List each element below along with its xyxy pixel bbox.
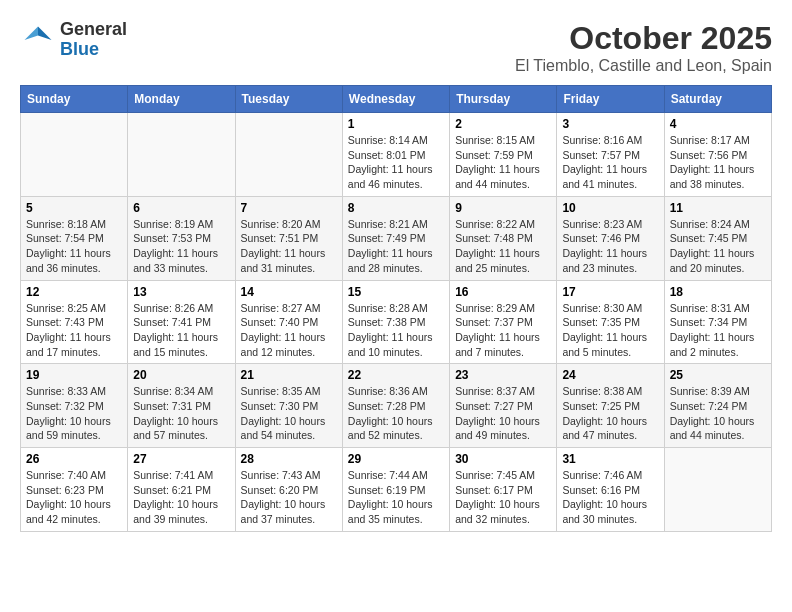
day-number: 24 <box>562 368 658 382</box>
weekday-header: Saturday <box>664 86 771 113</box>
day-info: Sunrise: 8:14 AM Sunset: 8:01 PM Dayligh… <box>348 133 444 192</box>
calendar-cell: 13Sunrise: 8:26 AM Sunset: 7:41 PM Dayli… <box>128 280 235 364</box>
calendar-cell: 28Sunrise: 7:43 AM Sunset: 6:20 PM Dayli… <box>235 448 342 532</box>
day-info: Sunrise: 8:23 AM Sunset: 7:46 PM Dayligh… <box>562 217 658 276</box>
day-info: Sunrise: 8:35 AM Sunset: 7:30 PM Dayligh… <box>241 384 337 443</box>
calendar-cell: 19Sunrise: 8:33 AM Sunset: 7:32 PM Dayli… <box>21 364 128 448</box>
calendar-week-row: 26Sunrise: 7:40 AM Sunset: 6:23 PM Dayli… <box>21 448 772 532</box>
day-number: 7 <box>241 201 337 215</box>
calendar-cell: 25Sunrise: 8:39 AM Sunset: 7:24 PM Dayli… <box>664 364 771 448</box>
weekday-header: Sunday <box>21 86 128 113</box>
title-block: October 2025 El Tiemblo, Castille and Le… <box>515 20 772 75</box>
calendar-header-row: SundayMondayTuesdayWednesdayThursdayFrid… <box>21 86 772 113</box>
calendar-cell: 22Sunrise: 8:36 AM Sunset: 7:28 PM Dayli… <box>342 364 449 448</box>
day-info: Sunrise: 8:27 AM Sunset: 7:40 PM Dayligh… <box>241 301 337 360</box>
calendar-week-row: 19Sunrise: 8:33 AM Sunset: 7:32 PM Dayli… <box>21 364 772 448</box>
day-number: 3 <box>562 117 658 131</box>
calendar-cell: 8Sunrise: 8:21 AM Sunset: 7:49 PM Daylig… <box>342 196 449 280</box>
day-info: Sunrise: 7:43 AM Sunset: 6:20 PM Dayligh… <box>241 468 337 527</box>
day-info: Sunrise: 8:15 AM Sunset: 7:59 PM Dayligh… <box>455 133 551 192</box>
weekday-header: Monday <box>128 86 235 113</box>
day-info: Sunrise: 8:24 AM Sunset: 7:45 PM Dayligh… <box>670 217 766 276</box>
logo-icon <box>20 22 56 58</box>
day-number: 15 <box>348 285 444 299</box>
day-info: Sunrise: 7:44 AM Sunset: 6:19 PM Dayligh… <box>348 468 444 527</box>
page-header: General Blue October 2025 El Tiemblo, Ca… <box>20 20 772 75</box>
calendar-cell: 18Sunrise: 8:31 AM Sunset: 7:34 PM Dayli… <box>664 280 771 364</box>
calendar-cell: 6Sunrise: 8:19 AM Sunset: 7:53 PM Daylig… <box>128 196 235 280</box>
calendar-week-row: 1Sunrise: 8:14 AM Sunset: 8:01 PM Daylig… <box>21 113 772 197</box>
calendar-cell: 12Sunrise: 8:25 AM Sunset: 7:43 PM Dayli… <box>21 280 128 364</box>
svg-marker-1 <box>25 26 39 40</box>
calendar-cell: 30Sunrise: 7:45 AM Sunset: 6:17 PM Dayli… <box>450 448 557 532</box>
calendar-cell: 2Sunrise: 8:15 AM Sunset: 7:59 PM Daylig… <box>450 113 557 197</box>
subtitle: El Tiemblo, Castille and Leon, Spain <box>515 57 772 75</box>
logo: General Blue <box>20 20 127 60</box>
day-info: Sunrise: 8:17 AM Sunset: 7:56 PM Dayligh… <box>670 133 766 192</box>
calendar-cell: 24Sunrise: 8:38 AM Sunset: 7:25 PM Dayli… <box>557 364 664 448</box>
calendar-cell: 23Sunrise: 8:37 AM Sunset: 7:27 PM Dayli… <box>450 364 557 448</box>
day-number: 14 <box>241 285 337 299</box>
day-number: 22 <box>348 368 444 382</box>
calendar-cell: 3Sunrise: 8:16 AM Sunset: 7:57 PM Daylig… <box>557 113 664 197</box>
weekday-header: Tuesday <box>235 86 342 113</box>
svg-marker-0 <box>38 26 52 40</box>
calendar-cell: 11Sunrise: 8:24 AM Sunset: 7:45 PM Dayli… <box>664 196 771 280</box>
calendar-cell: 4Sunrise: 8:17 AM Sunset: 7:56 PM Daylig… <box>664 113 771 197</box>
day-info: Sunrise: 7:40 AM Sunset: 6:23 PM Dayligh… <box>26 468 122 527</box>
day-number: 29 <box>348 452 444 466</box>
calendar-week-row: 12Sunrise: 8:25 AM Sunset: 7:43 PM Dayli… <box>21 280 772 364</box>
calendar-cell <box>128 113 235 197</box>
logo-text: General Blue <box>60 20 127 60</box>
day-number: 4 <box>670 117 766 131</box>
day-info: Sunrise: 8:31 AM Sunset: 7:34 PM Dayligh… <box>670 301 766 360</box>
calendar-cell: 16Sunrise: 8:29 AM Sunset: 7:37 PM Dayli… <box>450 280 557 364</box>
calendar-cell <box>21 113 128 197</box>
day-number: 9 <box>455 201 551 215</box>
calendar-cell: 20Sunrise: 8:34 AM Sunset: 7:31 PM Dayli… <box>128 364 235 448</box>
day-info: Sunrise: 7:46 AM Sunset: 6:16 PM Dayligh… <box>562 468 658 527</box>
logo-blue: Blue <box>60 40 127 60</box>
day-info: Sunrise: 8:19 AM Sunset: 7:53 PM Dayligh… <box>133 217 229 276</box>
main-title: October 2025 <box>515 20 772 57</box>
day-info: Sunrise: 8:22 AM Sunset: 7:48 PM Dayligh… <box>455 217 551 276</box>
calendar-cell: 31Sunrise: 7:46 AM Sunset: 6:16 PM Dayli… <box>557 448 664 532</box>
day-number: 10 <box>562 201 658 215</box>
calendar-cell: 29Sunrise: 7:44 AM Sunset: 6:19 PM Dayli… <box>342 448 449 532</box>
calendar-cell: 7Sunrise: 8:20 AM Sunset: 7:51 PM Daylig… <box>235 196 342 280</box>
day-number: 31 <box>562 452 658 466</box>
day-number: 6 <box>133 201 229 215</box>
day-number: 23 <box>455 368 551 382</box>
day-info: Sunrise: 8:33 AM Sunset: 7:32 PM Dayligh… <box>26 384 122 443</box>
day-number: 20 <box>133 368 229 382</box>
day-number: 16 <box>455 285 551 299</box>
day-info: Sunrise: 7:45 AM Sunset: 6:17 PM Dayligh… <box>455 468 551 527</box>
day-number: 1 <box>348 117 444 131</box>
day-info: Sunrise: 8:37 AM Sunset: 7:27 PM Dayligh… <box>455 384 551 443</box>
day-number: 25 <box>670 368 766 382</box>
day-info: Sunrise: 8:20 AM Sunset: 7:51 PM Dayligh… <box>241 217 337 276</box>
calendar-week-row: 5Sunrise: 8:18 AM Sunset: 7:54 PM Daylig… <box>21 196 772 280</box>
calendar-cell: 5Sunrise: 8:18 AM Sunset: 7:54 PM Daylig… <box>21 196 128 280</box>
day-info: Sunrise: 8:16 AM Sunset: 7:57 PM Dayligh… <box>562 133 658 192</box>
calendar-cell: 26Sunrise: 7:40 AM Sunset: 6:23 PM Dayli… <box>21 448 128 532</box>
day-info: Sunrise: 8:34 AM Sunset: 7:31 PM Dayligh… <box>133 384 229 443</box>
day-info: Sunrise: 7:41 AM Sunset: 6:21 PM Dayligh… <box>133 468 229 527</box>
day-number: 17 <box>562 285 658 299</box>
day-info: Sunrise: 8:25 AM Sunset: 7:43 PM Dayligh… <box>26 301 122 360</box>
day-info: Sunrise: 8:26 AM Sunset: 7:41 PM Dayligh… <box>133 301 229 360</box>
day-number: 26 <box>26 452 122 466</box>
weekday-header: Wednesday <box>342 86 449 113</box>
day-number: 8 <box>348 201 444 215</box>
day-number: 30 <box>455 452 551 466</box>
day-info: Sunrise: 8:38 AM Sunset: 7:25 PM Dayligh… <box>562 384 658 443</box>
day-number: 2 <box>455 117 551 131</box>
calendar-cell: 17Sunrise: 8:30 AM Sunset: 7:35 PM Dayli… <box>557 280 664 364</box>
day-number: 19 <box>26 368 122 382</box>
calendar-cell: 1Sunrise: 8:14 AM Sunset: 8:01 PM Daylig… <box>342 113 449 197</box>
calendar-cell <box>664 448 771 532</box>
day-number: 27 <box>133 452 229 466</box>
day-number: 13 <box>133 285 229 299</box>
day-number: 21 <box>241 368 337 382</box>
day-info: Sunrise: 8:28 AM Sunset: 7:38 PM Dayligh… <box>348 301 444 360</box>
